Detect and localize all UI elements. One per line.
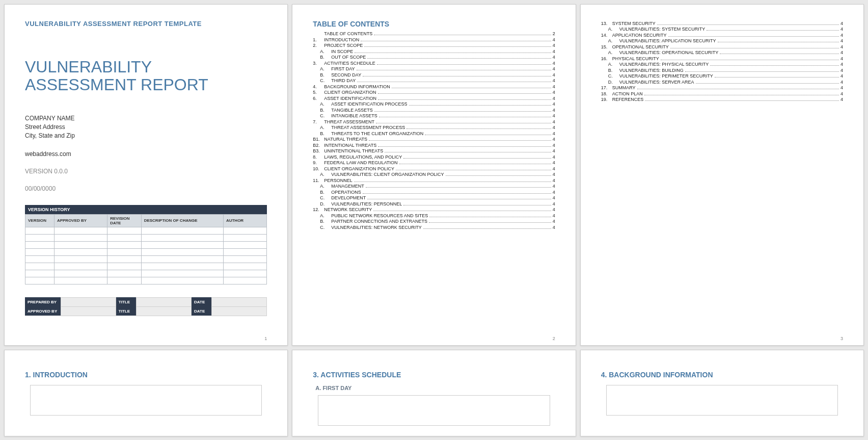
toc-number: 15. — [601, 44, 612, 49]
toc-leader — [367, 199, 551, 199]
toc-label: FEDERAL LAW AND REGULATION — [324, 160, 397, 165]
toc-pagenum: 4 — [840, 73, 843, 79]
title-label: TITLE — [116, 306, 136, 316]
toc-number: 8. — [313, 154, 324, 160]
toc-entry: D.VULNERABILITIES: PERSONNEL4 — [313, 201, 555, 206]
toc-leader — [710, 65, 839, 66]
template-header: VULNERABILITY ASSESSMENT REPORT TEMPLATE — [25, 20, 267, 28]
approved-by-label: APPROVED BY — [25, 306, 61, 316]
page-4-intro: 1. INTRODUCTION — [4, 350, 288, 436]
toc-label: SUMMARY — [612, 85, 636, 90]
toc-pagenum: 4 — [553, 125, 555, 130]
toc-leader — [425, 135, 551, 135]
table-row — [25, 227, 267, 234]
subsection-first-day: A. FIRST DAY — [315, 385, 555, 391]
vh-col-approved-by: APPROVED BY — [54, 214, 107, 227]
toc-number: C. — [320, 78, 331, 83]
toc-label: VULNERABILITIES: APPLICATION SECURITY — [619, 38, 716, 43]
toc-leader — [374, 111, 551, 112]
toc-entry: 3.ACTIVITIES SCHEDULE4 — [313, 61, 555, 66]
version-history-header: VERSION HISTORY — [25, 205, 267, 214]
toc-entry: B.TANGIBLE ASSETS4 — [313, 108, 555, 113]
toc-pagenum: 4 — [553, 201, 555, 206]
toc-pagenum: 4 — [553, 137, 555, 142]
version-label: VERSION 0.0.0 — [25, 168, 267, 175]
toc-label: MANAGEMENT — [331, 184, 364, 189]
toc-entry: 15.OPERATIONAL SECURITY4 — [601, 44, 843, 49]
toc-leader — [376, 123, 551, 123]
toc-label: THREAT ASSESSMENT — [324, 119, 374, 124]
toc-leader — [423, 228, 551, 229]
toc-pagenum: 4 — [553, 219, 555, 224]
toc-pagenum: 4 — [553, 178, 555, 183]
toc-label: INTRODUCTION — [324, 37, 359, 42]
toc-leader — [403, 158, 551, 159]
toc-entry: 6.ASSET IDENTIFICATION4 — [313, 96, 555, 101]
toc-leader — [670, 48, 839, 48]
page-number: 2 — [553, 336, 555, 341]
toc-entry: TABLE OF CONTENTS2 — [313, 31, 555, 36]
toc-number: C. — [320, 225, 331, 230]
toc-leader — [657, 24, 839, 25]
toc-label: DEVELOPMENT — [331, 195, 366, 200]
toc-leader — [409, 105, 551, 106]
toc-pagenum: 4 — [553, 213, 555, 218]
date-label: 00/00/0000 — [25, 185, 267, 192]
toc-leader — [363, 76, 551, 76]
toc-pagenum: 4 — [840, 68, 843, 73]
toc-entry: B.SECOND DAY4 — [313, 72, 555, 77]
toc-leader — [385, 152, 551, 152]
toc-leader — [718, 42, 839, 42]
toc-number: C. — [320, 195, 331, 200]
toc-label: THIRD DAY — [331, 78, 356, 83]
table-row — [25, 277, 267, 284]
toc-entry: 9.FEDERAL LAW AND REGULATION4 — [313, 160, 555, 165]
toc-pagenum: 4 — [553, 131, 555, 136]
toc-leader — [399, 164, 551, 164]
toc-number: A. — [320, 172, 331, 177]
toc-pagenum: 4 — [553, 37, 555, 42]
toc-pagenum: 4 — [553, 49, 555, 54]
toc-number: D. — [320, 201, 331, 206]
table-row — [25, 255, 267, 263]
toc-leader — [379, 117, 551, 117]
toc-label: FIRST DAY — [331, 66, 355, 71]
title-value — [136, 306, 191, 316]
toc-label: ASSET IDENTIFICATION — [324, 96, 376, 101]
toc-number: A. — [608, 27, 619, 32]
page-number: 3 — [840, 336, 843, 341]
toc-pagenum: 4 — [553, 160, 555, 165]
toc-pagenum: 4 — [553, 113, 555, 118]
toc-entry: A.PUBLIC NETWORK RESOURCES AND SITES4 — [313, 213, 555, 218]
toc-entry: 19.REFERENCES4 — [601, 97, 843, 102]
toc-pagenum: 4 — [840, 33, 843, 38]
toc-number: B. — [608, 68, 619, 73]
toc-label: CLIENT ORGANIZATION POLICY — [324, 166, 394, 171]
page-background: 4. BACKGROUND INFORMATION — [580, 350, 864, 436]
web-address: webaddress.com — [25, 150, 267, 158]
toc-number: B. — [320, 55, 331, 60]
toc-number: 16. — [601, 56, 612, 61]
toc-pagenum: 4 — [553, 154, 555, 160]
toc-leader — [645, 100, 839, 101]
date-label-cell: DATE — [192, 306, 212, 316]
toc-number: 6. — [313, 96, 324, 101]
toc-label: INTANGIBLE ASSETS — [331, 113, 377, 118]
toc-label: SYSTEM SECURITY — [612, 21, 656, 26]
toc-pagenum: 2 — [553, 31, 555, 36]
date-value — [212, 297, 267, 306]
toc-pagenum: 4 — [553, 166, 555, 171]
toc-pagenum: 4 — [553, 96, 555, 101]
toc-pagenum: 4 — [553, 190, 555, 195]
toc-entry: 17.SUMMARY4 — [601, 85, 843, 90]
page-3-toc: 13.SYSTEM SECURITY4A.VULNERABILITIES: SY… — [580, 4, 864, 346]
toc-label: VULNERABILITIES: CLIENT ORGANIZATION POL… — [331, 172, 444, 177]
toc-label: VULNERABILITIES: SYSTEM SECURITY — [619, 27, 706, 32]
toc-pagenum: 4 — [553, 61, 555, 66]
prepared-by-label: PREPARED BY — [25, 297, 61, 306]
toc-label: ACTIVITIES SCHEDULE — [324, 61, 375, 66]
toc-pagenum: 4 — [553, 78, 555, 83]
toc-label: THREATS TO THE CLIENT ORGANIZATION — [331, 131, 423, 136]
title-label: TITLE — [116, 297, 136, 306]
table-row — [25, 234, 267, 241]
